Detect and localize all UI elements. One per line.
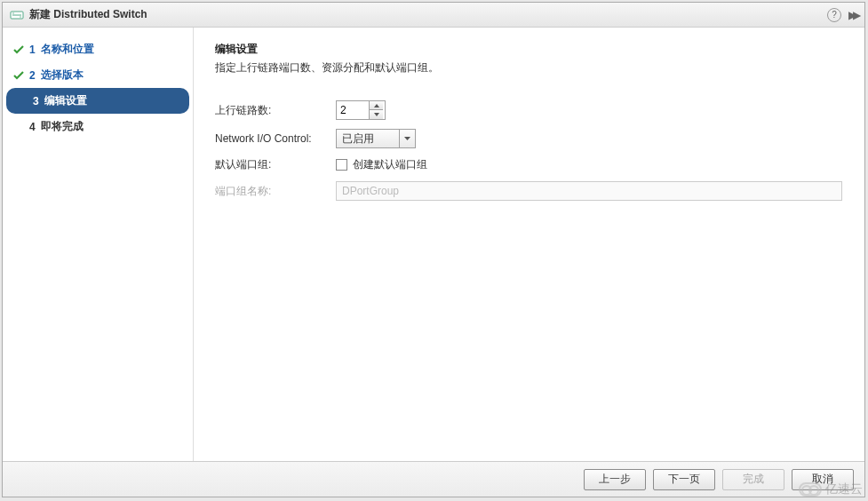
- step-number: 4: [29, 121, 36, 133]
- content-area: 1 名称和位置 2 选择版本 3 编辑设置 4 即将完成 编辑: [3, 28, 864, 461]
- nioc-value: 已启用: [337, 131, 399, 147]
- step-label: 即将完成: [41, 119, 84, 134]
- wizard-dialog: 新建 Distributed Switch ? ▶▶ 1 名称和位置 2 选择版…: [2, 2, 865, 497]
- step-select-version[interactable]: 2 选择版本: [3, 62, 193, 88]
- dswitch-icon: [10, 8, 24, 22]
- svg-point-3: [20, 16, 20, 17]
- expand-icon[interactable]: ▶▶: [848, 9, 857, 21]
- step-ready-complete[interactable]: 4 即将完成: [3, 114, 193, 139]
- step-number: 1: [29, 44, 36, 56]
- main-panel: 编辑设置 指定上行链路端口数、资源分配和默认端口组。 上行链路数:: [194, 28, 864, 461]
- titlebar-right: ? ▶▶: [827, 8, 857, 22]
- step-name-location[interactable]: 1 名称和位置: [3, 36, 193, 62]
- pg-name-label: 端口组名称:: [215, 184, 336, 199]
- step-label: 选择版本: [41, 68, 84, 83]
- uplinks-input[interactable]: [337, 101, 369, 119]
- titlebar: 新建 Distributed Switch ? ▶▶: [3, 3, 864, 28]
- cancel-button[interactable]: 取消: [792, 469, 854, 490]
- step-label: 编辑设置: [44, 93, 87, 108]
- step-number: 2: [29, 69, 36, 82]
- check-icon: [12, 43, 26, 57]
- next-button[interactable]: 下一页: [653, 469, 715, 490]
- nioc-label: Network I/O Control:: [215, 132, 336, 145]
- uplinks-spinner[interactable]: [336, 100, 386, 120]
- row-portgroup-name: 端口组名称:: [215, 181, 843, 201]
- row-nioc: Network I/O Control: 已启用: [215, 129, 843, 148]
- check-icon: [12, 68, 26, 83]
- row-default-portgroup: 默认端口组: 创建默认端口组: [215, 157, 843, 172]
- uplinks-label: 上行链路数:: [215, 103, 336, 118]
- spinner-up-button[interactable]: [370, 101, 383, 110]
- step-label: 名称和位置: [41, 42, 94, 57]
- default-pg-checkbox-label: 创建默认端口组: [353, 157, 427, 172]
- footer: 上一步 下一页 完成 取消: [3, 461, 864, 497]
- panel-heading: 编辑设置: [215, 42, 843, 57]
- default-pg-checkbox[interactable]: [336, 159, 347, 171]
- dropdown-arrow-icon: [399, 130, 415, 147]
- finish-button: 完成: [722, 469, 784, 490]
- nioc-select[interactable]: 已启用: [336, 129, 416, 148]
- row-uplinks: 上行链路数:: [215, 100, 843, 120]
- default-pg-label: 默认端口组:: [215, 157, 336, 172]
- svg-point-2: [12, 12, 13, 13]
- pg-name-input: [336, 181, 842, 201]
- panel-subheading: 指定上行链路端口数、资源分配和默认端口组。: [215, 60, 843, 76]
- help-icon[interactable]: ?: [827, 8, 841, 22]
- dialog-title: 新建 Distributed Switch: [29, 7, 147, 22]
- back-button[interactable]: 上一步: [584, 469, 646, 490]
- steps-sidebar: 1 名称和位置 2 选择版本 3 编辑设置 4 即将完成: [3, 28, 194, 461]
- step-edit-settings[interactable]: 3 编辑设置: [6, 88, 189, 114]
- step-number: 3: [33, 95, 39, 107]
- spinner-buttons: [369, 101, 383, 119]
- spinner-down-button[interactable]: [370, 110, 383, 119]
